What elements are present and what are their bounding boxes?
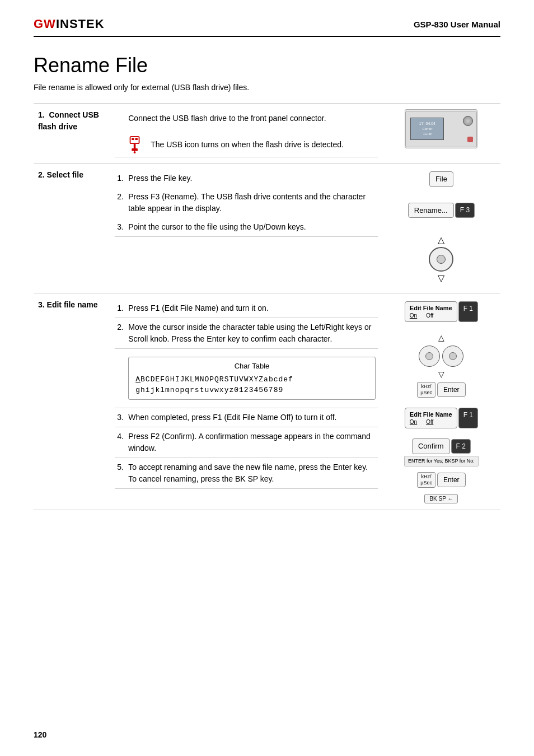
char-table-title: Char Table xyxy=(135,361,368,372)
step2-text2: Press F3 (Rename). The USB flash drive c… xyxy=(126,188,378,218)
logo: GWINSTEK xyxy=(34,17,105,31)
jog-enter-group: △ ▽ kHz/µSec Enter xyxy=(387,332,496,398)
enter-key-box2: kHz/µSec Enter xyxy=(417,472,465,488)
svg-point-6 xyxy=(134,151,136,153)
page-number: 120 xyxy=(34,730,46,739)
step3-label: 3. Edit file name xyxy=(34,293,110,510)
edit-fn-title2: Edit File Name xyxy=(410,410,452,418)
char-table: Char Table ABCDEFGHIJKLMNOPQRSTUVWXYZabc… xyxy=(128,357,376,400)
edit-fn-on-btn: Edit File Name On Off xyxy=(405,301,457,322)
jog-inner-left xyxy=(425,352,433,360)
svg-rect-3 xyxy=(134,143,136,148)
scroll-arrows: △ ▽ xyxy=(387,234,496,285)
step1-row: 1. Connect USBflash drive Connect the US… xyxy=(34,104,500,164)
step3-text2: Move the cursor inside the character tab… xyxy=(126,318,378,349)
step3-text4: Press F2 (Confirm). A confirmation messa… xyxy=(126,427,378,458)
step3-sub5: 5. To accept renaming and save the new f… xyxy=(115,458,378,488)
bksp-key-row: BK SP ← xyxy=(424,492,458,504)
khz-key: kHz/µSec xyxy=(417,382,435,398)
f1-key2: F 1 xyxy=(458,408,478,428)
khz-key2: kHz/µSec xyxy=(417,472,435,488)
edit-fn-title1: Edit File Name xyxy=(410,304,452,312)
svg-rect-2 xyxy=(135,138,138,140)
svg-rect-0 xyxy=(130,137,139,143)
enter-note: ENTER for Yes; BKSP for No: xyxy=(404,456,479,467)
usb-icon-box: The USB icon turns on when the flash dri… xyxy=(128,136,376,153)
char-row1: ABCDEFGHIJKLMNOPQRSTUVWXYZabcdef xyxy=(135,374,368,385)
logo-instek: INSTEK xyxy=(56,17,105,31)
fn-on2: On xyxy=(410,418,417,426)
rename-key: Rename... xyxy=(408,203,454,218)
jog-inner-right xyxy=(449,352,457,360)
arrow-up-icon: △ xyxy=(438,234,444,247)
step3-text3: When completed, press F1 (Edit File Name… xyxy=(126,408,378,427)
edit-fn-off-btn: Edit File Name On Off xyxy=(405,408,457,428)
usb-detected-text: The USB icon turns on when the flash dri… xyxy=(151,139,344,151)
step3-text1: Press F1 (Edit File Name) and turn it on… xyxy=(126,299,378,318)
step2-image: File Rename... F 3 △ ▽ xyxy=(382,164,500,293)
step1-usb-row: The USB icon turns on when the flash dri… xyxy=(126,128,378,157)
page: GWINSTEK GSP-830 User Manual Rename File… xyxy=(0,0,534,756)
step3-sub2: 2. Move the cursor inside the character … xyxy=(115,318,378,349)
device-image: 17: 04.04 Center 1GHz xyxy=(405,109,477,148)
jog-left xyxy=(419,346,440,367)
jog-arrow-down: ▽ xyxy=(438,368,444,380)
step2-sub3: 3. Point the cursor to the file using th… xyxy=(115,218,378,237)
scroll-inner xyxy=(437,255,446,264)
step1-sub1: Connect the USB flash drive to the front… xyxy=(115,109,378,128)
manual-title: GSP-830 User Manual xyxy=(414,20,500,29)
step3-text5: To accept renaming and save the new file… xyxy=(126,458,378,488)
bksp-key: BK SP ← xyxy=(424,494,458,503)
confirm-group: Confirm F 2 ENTER for Yes; BKSP for No: xyxy=(387,438,496,466)
step3-char-table-row: Char Table ABCDEFGHIJKLMNOPQRSTUVWXYZabc… xyxy=(115,349,378,408)
svg-rect-1 xyxy=(132,138,134,140)
jog-arrow-up: △ xyxy=(438,332,444,344)
enter-bksp-group: kHz/µSec Enter BK SP ← xyxy=(387,472,496,504)
content-table: 1. Connect USBflash drive Connect the US… xyxy=(34,103,500,510)
step1-sub2: The USB icon turns on when the flash dri… xyxy=(115,128,378,157)
fn-off2: Off xyxy=(426,418,433,426)
bksp-arrow: ← xyxy=(447,496,453,502)
char-a: A xyxy=(135,375,140,384)
usb-icon xyxy=(128,136,146,153)
edit-fn-off-group: Edit File Name On Off F 1 xyxy=(387,408,496,428)
f1-key1: F 1 xyxy=(458,301,478,322)
file-key: File xyxy=(429,171,453,187)
page-title: Rename File xyxy=(34,54,500,77)
logo-gw: GW xyxy=(34,17,56,31)
step2-sub1: 1. Press the File key. xyxy=(115,169,378,188)
enter-key: Enter xyxy=(437,382,466,397)
step3-content: 1. Press F1 (Edit File Name) and turn it… xyxy=(110,293,382,510)
edit-fn-on-group: Edit File Name On Off F 1 xyxy=(387,301,496,322)
step3-sub3: 3. When completed, press F1 (Edit File N… xyxy=(115,408,378,427)
step1-content: Connect the USB flash drive to the front… xyxy=(110,104,382,164)
arrow-down-icon: ▽ xyxy=(438,272,444,285)
f2-key: F 2 xyxy=(451,439,471,454)
char-rest1: BCDEFGHIJKLMNOPQRSTUVWXYZabcdef xyxy=(140,375,293,384)
f3-key: F 3 xyxy=(455,203,475,218)
enter-key2: Enter xyxy=(437,473,466,487)
fn-on1: On xyxy=(410,312,417,319)
file-key-group: File xyxy=(387,171,496,187)
step2-text1: Press the File key. xyxy=(126,169,378,188)
jog-right xyxy=(442,346,463,367)
fn-off1: Off xyxy=(426,312,433,319)
step3-sub4: 4. Press F2 (Confirm). A confirmation me… xyxy=(115,427,378,458)
step2-sub2: 2. Press F3 (Rename). The USB flash driv… xyxy=(115,188,378,218)
step2-text3: Point the cursor to the file using the U… xyxy=(126,218,378,237)
char-table-cell: Char Table ABCDEFGHIJKLMNOPQRSTUVWXYZabc… xyxy=(126,349,378,408)
step3-row: 3. Edit file name 1. Press F1 (Edit File… xyxy=(34,293,500,510)
step2-label: 2. Select file xyxy=(34,164,110,293)
page-subtitle: File rename is allowed only for external… xyxy=(34,83,500,92)
page-header: GWINSTEK GSP-830 User Manual xyxy=(34,17,500,37)
step2-content: 1. Press the File key. 2. Press F3 (Rena… xyxy=(110,164,382,293)
scroll-circle xyxy=(429,247,453,272)
step1-label: 1. Connect USBflash drive xyxy=(34,104,110,164)
step1-image: 17: 04.04 Center 1GHz xyxy=(382,104,500,164)
rename-key-group: Rename... F 3 xyxy=(387,203,496,218)
step3-sub1: 1. Press F1 (Edit File Name) and turn it… xyxy=(115,299,378,318)
confirm-key: Confirm xyxy=(412,438,450,454)
enter-key-box: kHz/µSec Enter xyxy=(417,382,465,398)
confirm-key-row: Confirm F 2 xyxy=(412,438,471,454)
step1-text1: Connect the USB flash drive to the front… xyxy=(126,109,378,128)
